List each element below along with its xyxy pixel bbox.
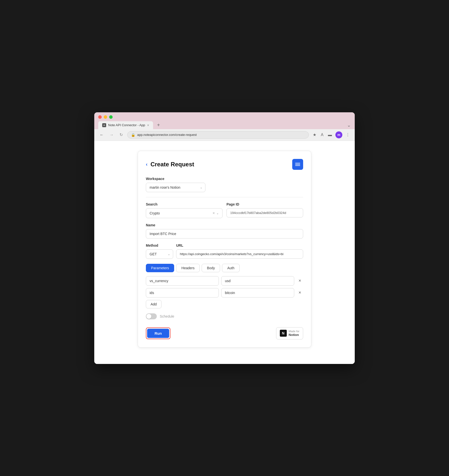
- schedule-row: Schedule: [146, 313, 303, 319]
- page-title: Create Request: [151, 161, 194, 168]
- workspace-select[interactable]: martin rose's Notion: [146, 183, 205, 192]
- search-clear-icon[interactable]: ×: [213, 211, 215, 215]
- workspace-select-wrapper: martin rose's Notion ⌄: [146, 183, 205, 192]
- search-pageid-row: Search × ⌄ Page ID: [146, 202, 303, 223]
- close-traffic-light[interactable]: [98, 115, 102, 119]
- tab-dropdown-icon[interactable]: ⌄: [347, 122, 351, 128]
- active-tab[interactable]: A Note API Connector - App ×: [98, 121, 153, 129]
- address-url: app.noteapiconnector.com/create-request: [137, 133, 197, 137]
- translate-button[interactable]: A: [320, 132, 324, 138]
- search-input-wrapper: × ⌄: [146, 208, 223, 218]
- more-options-button[interactable]: ⋮: [345, 131, 351, 138]
- card-header: ‹ Create Request: [146, 159, 303, 170]
- page-id-field-group: Page ID: [226, 202, 303, 217]
- method-select-wrapper: GET POST PUT DELETE ⌄: [146, 249, 173, 259]
- traffic-lights: [98, 115, 351, 119]
- nav-actions: ★ A ▬ m ⋮: [312, 131, 351, 138]
- bookmark-button[interactable]: ★: [312, 131, 317, 138]
- notion-logo: N: [280, 330, 287, 337]
- form-tab-group: Parameters Headers Body Auth: [146, 264, 303, 272]
- tab-bar: A Note API Connector - App × + ⌄: [98, 121, 351, 129]
- tab-auth[interactable]: Auth: [222, 264, 240, 272]
- minimize-traffic-light[interactable]: [104, 115, 107, 119]
- url-label: URL: [176, 243, 303, 247]
- made-for-text: Made for Notion: [289, 329, 299, 337]
- reload-button[interactable]: ↻: [118, 131, 124, 138]
- name-label: Name: [146, 223, 303, 227]
- browser-window: A Note API Connector - App × + ⌄ ← → ↻ 🔒…: [94, 112, 355, 364]
- maximize-traffic-light[interactable]: [109, 115, 113, 119]
- param-value-2[interactable]: [221, 288, 294, 298]
- run-button-wrapper: Run: [146, 327, 170, 339]
- back-button[interactable]: ←: [98, 132, 105, 138]
- page-content: ‹ Create Request Workspace martin rose's…: [94, 141, 355, 364]
- form-card: ‹ Create Request Workspace martin rose's…: [138, 151, 311, 348]
- tab-close-btn[interactable]: ×: [147, 123, 149, 127]
- method-url-row: Method GET POST PUT DELETE ⌄ URL: [146, 243, 303, 259]
- search-input[interactable]: [150, 211, 213, 215]
- tab-favicon: A: [102, 123, 106, 127]
- browser-chrome: A Note API Connector - App × + ⌄: [94, 112, 355, 129]
- hamburger-menu-button[interactable]: [292, 159, 303, 170]
- workspace-label: Workspace: [146, 177, 303, 181]
- notion-label: Notion: [289, 333, 299, 337]
- back-nav-button[interactable]: ‹: [146, 161, 148, 167]
- card-footer: Run N Made for Notion: [146, 327, 303, 339]
- schedule-label: Schedule: [160, 314, 174, 318]
- add-param-button[interactable]: Add: [146, 300, 161, 308]
- method-label: Method: [146, 243, 173, 247]
- method-select[interactable]: GET POST PUT DELETE: [146, 249, 173, 259]
- notion-initial: N: [282, 331, 285, 335]
- search-label: Search: [146, 202, 223, 206]
- user-initial: m: [337, 133, 340, 137]
- schedule-toggle[interactable]: [146, 313, 157, 319]
- nav-bar: ← → ↻ 🔒 app.noteapiconnector.com/create-…: [94, 129, 355, 141]
- search-field-group: Search × ⌄: [146, 202, 223, 218]
- params-section: × ×: [146, 276, 303, 298]
- param-row-2: ×: [146, 288, 303, 298]
- method-field-group: Method GET POST PUT DELETE ⌄: [146, 243, 173, 259]
- tab-body[interactable]: Body: [202, 264, 220, 272]
- hamburger-icon: [295, 163, 300, 166]
- param-row-1: ×: [146, 276, 303, 286]
- search-dropdown-icon[interactable]: ⌄: [216, 211, 219, 215]
- forward-button[interactable]: →: [108, 132, 115, 138]
- workspace-field-group: Workspace martin rose's Notion ⌄: [146, 177, 303, 192]
- name-input[interactable]: [146, 229, 303, 238]
- param-value-1[interactable]: [221, 276, 294, 286]
- address-security-icon: 🔒: [131, 133, 135, 137]
- param-delete-1[interactable]: ×: [297, 277, 303, 284]
- extensions-button[interactable]: ▬: [327, 132, 333, 138]
- tab-headers[interactable]: Headers: [176, 264, 200, 272]
- user-avatar[interactable]: m: [335, 131, 342, 138]
- divider: [146, 197, 303, 197]
- tab-parameters[interactable]: Parameters: [146, 264, 174, 272]
- made-for-notion-badge: N Made for Notion: [276, 327, 303, 339]
- param-key-2[interactable]: [146, 288, 219, 298]
- page-id-input[interactable]: [226, 208, 303, 217]
- run-button[interactable]: Run: [147, 329, 169, 338]
- page-id-label: Page ID: [226, 202, 303, 206]
- made-for-label: Made for: [289, 329, 299, 333]
- toggle-knob: [146, 314, 151, 319]
- tab-title: Note API Connector - App: [108, 123, 145, 127]
- param-delete-2[interactable]: ×: [297, 289, 303, 296]
- name-field-group: Name: [146, 223, 303, 238]
- url-input[interactable]: [176, 249, 303, 259]
- new-tab-button[interactable]: +: [155, 121, 162, 129]
- param-key-1[interactable]: [146, 276, 219, 286]
- url-field-group: URL: [176, 243, 303, 259]
- address-bar[interactable]: 🔒 app.noteapiconnector.com/create-reques…: [127, 131, 309, 139]
- back-title-group: ‹ Create Request: [146, 161, 194, 168]
